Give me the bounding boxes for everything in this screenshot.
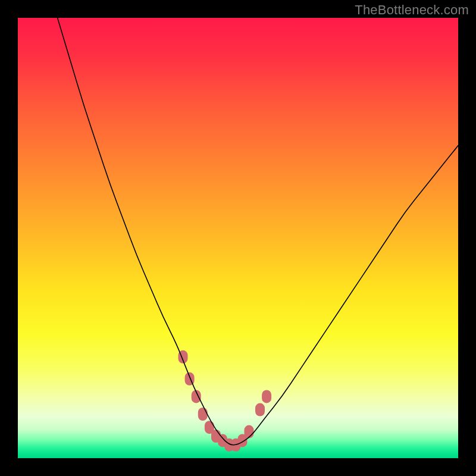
watermark-text: TheBottleneck.com [355, 2, 469, 18]
curve-marker [185, 372, 195, 386]
curve-marker [245, 425, 254, 439]
curve-marker [255, 403, 265, 416]
gradient-background [18, 18, 458, 458]
chart-frame: TheBottleneck.com [0, 0, 476, 476]
bottleneck-chart [18, 18, 458, 458]
curve-marker [198, 408, 208, 421]
curve-marker [262, 390, 271, 403]
